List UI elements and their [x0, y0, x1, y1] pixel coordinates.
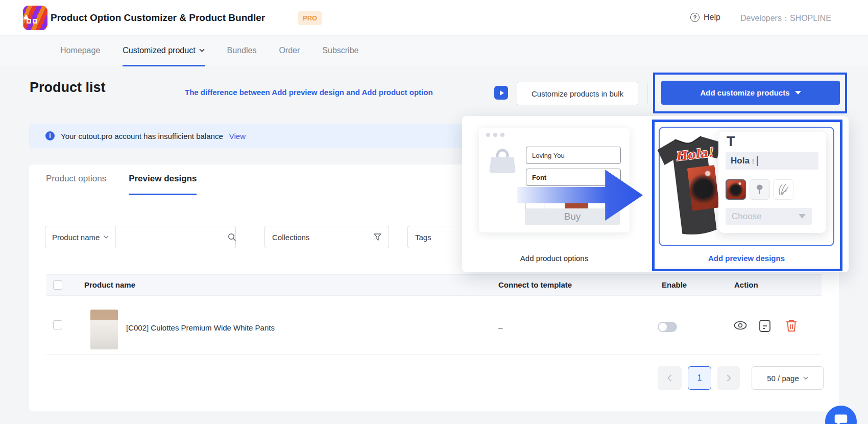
chevron-right-icon — [727, 374, 731, 382]
col-enable: Enable — [662, 280, 687, 289]
annotation-box-preview-designs — [652, 120, 842, 271]
page-number-current[interactable]: 1 — [688, 366, 711, 390]
table-row: [C002] Culottes Premium Wide White Pants… — [46, 296, 822, 355]
col-connect-to-template: Connect to template — [498, 280, 572, 289]
connect-template-value: – — [498, 323, 502, 332]
app-logo — [23, 6, 47, 30]
developers-label: Developers：SHOPLINE — [740, 13, 831, 24]
trash-icon — [785, 319, 798, 333]
funnel-icon — [374, 233, 381, 241]
help-label: Help — [704, 13, 720, 22]
nav-item-order[interactable]: Order — [279, 36, 300, 66]
search-icon[interactable] — [228, 233, 236, 242]
app-title: Product Option Customizer & Product Bund… — [51, 12, 265, 23]
search-field-selector[interactable]: Product name — [45, 226, 116, 248]
next-page-button[interactable] — [717, 366, 740, 390]
tab-product-options[interactable]: Product options — [46, 174, 106, 195]
card-tabs: Product options Preview designs — [46, 174, 197, 195]
pro-badge: PRO — [298, 11, 322, 25]
nav-item-subscribe[interactable]: Subscribe — [322, 36, 358, 66]
col-action: Action — [734, 280, 758, 289]
logo-square-icon — [27, 19, 31, 23]
logo-triangle-icon — [23, 6, 29, 19]
difference-help-link[interactable]: The difference between Add preview desig… — [185, 88, 433, 97]
chevron-down-icon — [199, 49, 205, 52]
banner-view-link[interactable]: View — [229, 132, 246, 140]
preview-eye-button[interactable] — [733, 320, 748, 333]
delete-button[interactable] — [785, 319, 798, 335]
main-nav: Homepage Customized product Bundles Orde… — [0, 36, 868, 66]
browser-dots-icon — [486, 133, 504, 137]
select-all-checkbox[interactable] — [53, 280, 62, 290]
caret-down-icon — [795, 91, 801, 95]
play-video-button[interactable] — [494, 86, 508, 100]
eye-icon — [733, 320, 748, 331]
page-title: Product list — [30, 80, 106, 96]
help-button[interactable]: ? Help — [690, 13, 720, 22]
collections-filter[interactable]: Collections — [264, 226, 389, 248]
chevron-down-icon — [104, 235, 109, 239]
banner-message: Your cutout.pro account has insufficient… — [61, 132, 223, 140]
tab-preview-designs[interactable]: Preview designs — [129, 174, 197, 195]
note-button[interactable] — [759, 319, 771, 335]
play-icon — [500, 90, 504, 96]
prev-page-button[interactable] — [658, 366, 682, 390]
app-header: Product Option Customizer & Product Bund… — [0, 0, 868, 36]
toggle-knob — [659, 323, 667, 331]
divider — [647, 84, 648, 104]
enable-toggle[interactable] — [658, 322, 677, 332]
document-icon — [759, 319, 771, 333]
logo-square-icon — [33, 19, 37, 23]
chevron-left-icon — [667, 374, 672, 382]
question-circle-icon: ? — [690, 13, 700, 22]
product-name: [C002] Culottes Premium Wide White Pants — [126, 323, 275, 332]
demo-text-input: Loving You — [526, 147, 621, 164]
page-size-select[interactable]: 50 / page — [752, 366, 824, 390]
row-checkbox[interactable] — [53, 320, 62, 329]
info-icon: i — [45, 131, 55, 140]
chevron-down-icon — [803, 376, 808, 380]
add-customize-products-button[interactable]: Add customize products — [661, 81, 840, 105]
customize-in-bulk-button[interactable]: Customize products in bulk — [517, 82, 638, 105]
add-product-options-label[interactable]: Add product options — [479, 254, 630, 263]
search-input[interactable] — [122, 233, 224, 242]
product-name-search: Product name — [45, 226, 236, 248]
col-product-name: Product name — [84, 280, 135, 289]
nav-item-customized-product[interactable]: Customized product — [123, 36, 204, 66]
handbag-icon — [487, 147, 518, 175]
nav-item-homepage[interactable]: Homepage — [60, 36, 100, 66]
nav-item-bundles[interactable]: Bundles — [227, 36, 257, 66]
table-header: Product name Connect to template Enable … — [46, 274, 822, 296]
chat-bubble-icon — [833, 413, 849, 424]
product-thumbnail — [90, 310, 118, 349]
